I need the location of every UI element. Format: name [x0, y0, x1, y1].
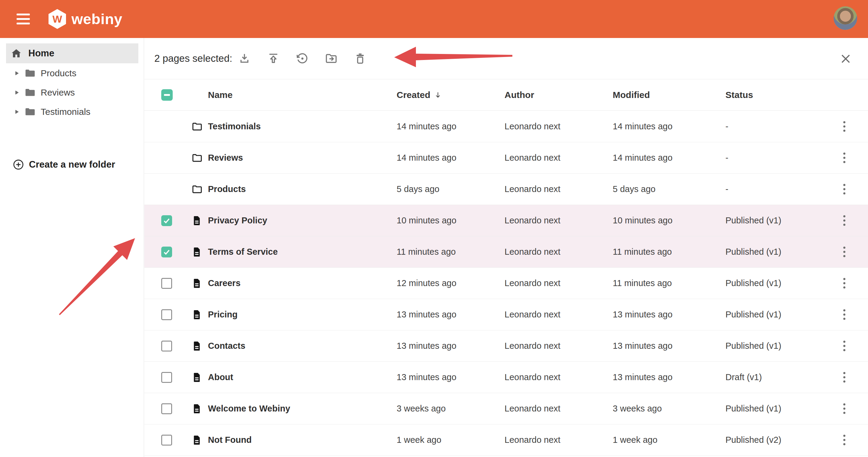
create-folder-button[interactable]: Create a new folder — [0, 156, 144, 174]
folder-icon — [191, 184, 203, 195]
sidebar-folder-item[interactable]: Reviews — [0, 83, 144, 102]
row-author: Leonardo next — [504, 247, 613, 257]
row-checkbox[interactable] — [161, 435, 172, 446]
folder-icon — [24, 67, 36, 79]
row-author: Leonardo next — [504, 184, 613, 194]
row-modified: 3 weeks ago — [613, 404, 725, 414]
table-row[interactable]: Contacts 13 minutes ago Leonardo next 13… — [144, 330, 868, 362]
close-selection-icon[interactable] — [839, 53, 852, 65]
row-checkbox[interactable] — [161, 215, 172, 226]
row-modified: 13 minutes ago — [613, 310, 725, 319]
row-modified: 14 minutes ago — [613, 153, 725, 163]
toolbar-actions — [238, 52, 367, 65]
chevron-right-icon[interactable] — [16, 110, 19, 114]
table-row[interactable]: Privacy Policy 10 minutes ago Leonardo n… — [144, 205, 868, 236]
page-icon — [191, 403, 202, 414]
webiny-page-manager: W webiny Home Products Reviews Testimoni… — [0, 0, 868, 457]
row-name[interactable]: Testimonials — [208, 121, 397, 131]
menu-icon[interactable] — [17, 13, 30, 24]
selection-count-text: 2 pages selected: — [154, 53, 232, 64]
select-all-checkbox[interactable] — [161, 89, 173, 101]
column-header-name[interactable]: Name — [208, 90, 397, 100]
sidebar-folder-label: Products — [41, 68, 76, 79]
unpublish-button[interactable] — [267, 52, 280, 65]
row-menu-button[interactable] — [838, 370, 850, 385]
row-menu-button[interactable] — [838, 276, 850, 291]
row-menu-button[interactable] — [838, 119, 850, 134]
row-name[interactable]: About — [208, 372, 397, 382]
row-menu-button[interactable] — [838, 213, 850, 228]
delete-button[interactable] — [353, 52, 367, 65]
check-icon — [163, 248, 170, 256]
row-created: 14 minutes ago — [397, 153, 504, 163]
row-author: Leonardo next — [504, 121, 613, 131]
row-name[interactable]: Privacy Policy — [208, 216, 397, 225]
row-name[interactable]: Terms of Service — [208, 247, 397, 257]
download-icon — [238, 52, 251, 65]
restore-button[interactable] — [296, 52, 309, 65]
row-checkbox[interactable] — [161, 372, 172, 383]
row-name[interactable]: Reviews — [208, 153, 397, 163]
sidebar-folder-item[interactable]: Testimonials — [0, 102, 144, 121]
row-menu-button[interactable] — [838, 433, 850, 447]
webiny-logo: W webiny — [49, 9, 122, 29]
table-row[interactable]: Reviews 14 minutes ago Leonardo next 14 … — [144, 142, 868, 174]
home-icon — [11, 48, 22, 59]
row-name[interactable]: Products — [208, 184, 397, 194]
row-name[interactable]: Welcome to Webiny — [208, 404, 397, 414]
column-header-modified[interactable]: Modified — [613, 90, 725, 100]
row-created: 3 weeks ago — [397, 404, 504, 414]
row-status: Published (v1) — [725, 216, 823, 225]
row-name[interactable]: Pricing — [208, 310, 397, 319]
user-avatar[interactable] — [834, 6, 857, 30]
folder-icon — [24, 87, 36, 98]
row-checkbox[interactable] — [161, 341, 172, 352]
restore-icon — [296, 52, 309, 65]
row-menu-button[interactable] — [838, 151, 850, 165]
column-header-created[interactable]: Created — [397, 90, 504, 100]
table-row[interactable]: Testimonials 14 minutes ago Leonardo nex… — [144, 111, 868, 142]
download-button[interactable] — [238, 52, 251, 65]
table-row[interactable]: Terms of Service 11 minutes ago Leonardo… — [144, 236, 868, 268]
row-menu-button[interactable] — [838, 401, 850, 416]
row-author: Leonardo next — [504, 216, 613, 225]
row-menu-button[interactable] — [838, 307, 850, 322]
row-status: Published (v2) — [725, 435, 823, 445]
row-created: 13 minutes ago — [397, 372, 504, 382]
sidebar-folder-item[interactable]: Products — [0, 64, 144, 83]
chevron-right-icon[interactable] — [16, 71, 19, 75]
row-name[interactable]: Contacts — [208, 341, 397, 351]
row-author: Leonardo next — [504, 341, 613, 351]
row-name[interactable]: Not Found — [208, 435, 397, 445]
column-header-author[interactable]: Author — [504, 90, 613, 100]
chevron-right-icon[interactable] — [16, 90, 19, 95]
row-checkbox[interactable] — [161, 247, 172, 257]
row-modified: 5 days ago — [613, 184, 725, 194]
row-checkbox[interactable] — [161, 309, 172, 320]
column-header-status[interactable]: Status — [725, 90, 823, 100]
row-checkbox[interactable] — [161, 278, 172, 289]
row-status: - — [725, 153, 823, 163]
row-status: Published (v1) — [725, 341, 823, 351]
table-row[interactable]: Products 5 days ago Leonardo next 5 days… — [144, 174, 868, 205]
webiny-wordmark: webiny — [71, 10, 122, 27]
table-row[interactable]: Not Found 1 week ago Leonardo next 1 wee… — [144, 424, 868, 456]
sidebar: Home Products Reviews Testimonials Creat… — [0, 38, 144, 457]
row-status: Published (v1) — [725, 278, 823, 288]
sidebar-item-home[interactable]: Home — [6, 43, 138, 63]
row-menu-button[interactable] — [838, 182, 850, 196]
plus-circle-icon — [13, 159, 24, 170]
move-to-folder-button[interactable] — [324, 52, 338, 65]
row-name[interactable]: Careers — [208, 278, 397, 288]
row-status: Published (v1) — [725, 310, 823, 319]
table-row[interactable]: Pricing 13 minutes ago Leonardo next 13 … — [144, 299, 868, 330]
row-menu-button[interactable] — [838, 339, 850, 353]
table-row[interactable]: Welcome to Webiny 3 weeks ago Leonardo n… — [144, 393, 868, 424]
row-checkbox[interactable] — [161, 403, 172, 414]
table-row[interactable]: About 13 minutes ago Leonardo next 13 mi… — [144, 362, 868, 393]
row-status: - — [725, 184, 823, 194]
row-status: Draft (v1) — [725, 372, 823, 382]
table-row[interactable]: Careers 12 minutes ago Leonardo next 11 … — [144, 268, 868, 299]
row-menu-button[interactable] — [838, 245, 850, 259]
sidebar-folder-label: Reviews — [41, 87, 75, 98]
